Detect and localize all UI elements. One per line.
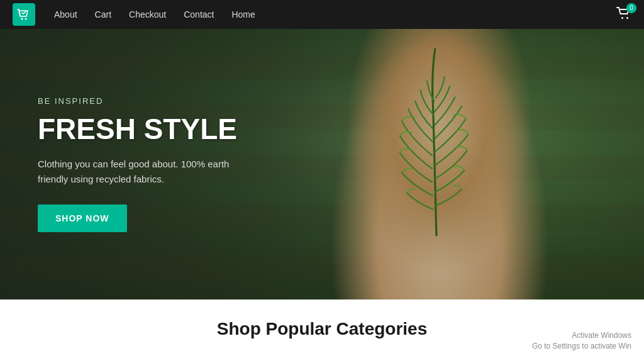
watermark-line1: Activate Windows: [532, 330, 631, 341]
nav-links: About Cart Checkout Contact Home: [54, 9, 616, 20]
navbar: About Cart Checkout Contact Home 0: [0, 0, 644, 29]
shop-now-button[interactable]: SHOP NOW: [38, 204, 127, 232]
nav-link-home[interactable]: Home: [231, 9, 255, 20]
hero-description: Clothing you can feel good about. 100% e…: [38, 157, 239, 187]
windows-watermark: Activate Windows Go to Settings to activ…: [532, 330, 631, 352]
svg-point-0: [21, 18, 23, 20]
nav-link-contact[interactable]: Contact: [184, 9, 214, 20]
hero-fern-image: [374, 42, 499, 243]
nav-link-checkout[interactable]: Checkout: [129, 9, 166, 20]
hero-title: FRESH STYLE: [38, 113, 239, 145]
svg-point-2: [621, 17, 623, 19]
nav-link-cart[interactable]: Cart: [95, 9, 111, 20]
watermark-line2: Go to Settings to activate Win: [532, 341, 631, 352]
cart-button[interactable]: 0: [616, 7, 631, 23]
nav-link-about[interactable]: About: [54, 9, 77, 20]
cart-badge: 0: [626, 3, 636, 13]
hero-content: BE INSPIRED FRESH STYLE Clothing you can…: [0, 96, 239, 232]
logo-icon: [13, 3, 35, 26]
hero-section: BE INSPIRED FRESH STYLE Clothing you can…: [0, 29, 644, 299]
bottom-section: Shop Popular Categories Activate Windows…: [0, 299, 644, 358]
popular-categories-title: Shop Popular Categories: [217, 319, 428, 339]
svg-point-3: [626, 17, 628, 19]
hero-tagline: BE INSPIRED: [38, 96, 239, 106]
cart-icon: 0: [616, 7, 631, 23]
svg-point-1: [25, 18, 27, 20]
logo[interactable]: [13, 3, 35, 26]
